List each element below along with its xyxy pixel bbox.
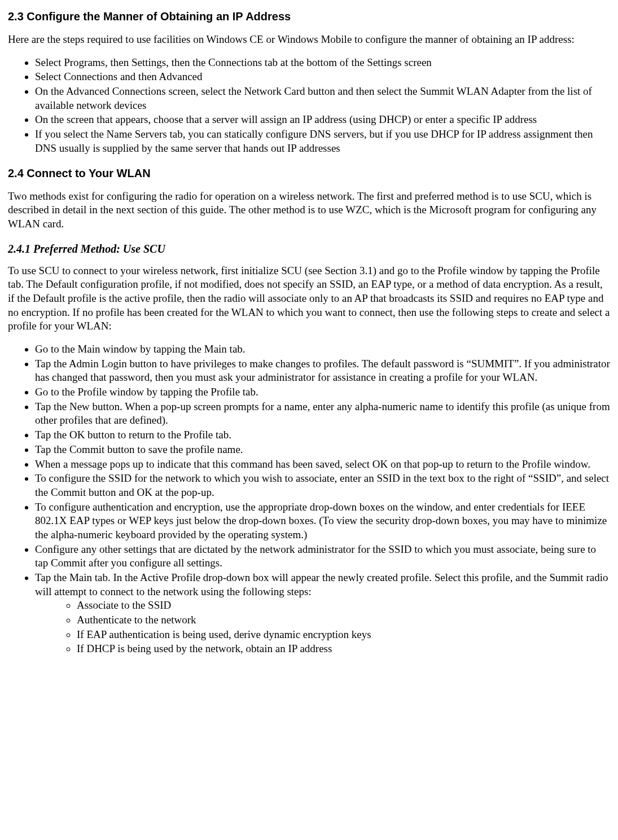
list-item: Authenticate to the network (77, 613, 610, 627)
section-2-4-1-list: Go to the Main window by tapping the Mai… (8, 342, 610, 656)
section-2-4-1-sublist: Associate to the SSID Authenticate to th… (35, 599, 610, 656)
list-item: Tap the Admin Login button to have privi… (35, 357, 610, 385)
list-item: Tap the Main tab. In the Active Profile … (35, 571, 610, 656)
list-item: Tap the New button. When a pop-up screen… (35, 400, 610, 428)
section-2-3-list: Select Programs, then Settings, then the… (8, 56, 610, 156)
list-item: If you select the Name Servers tab, you … (35, 127, 610, 155)
section-2-4-1-heading: 2.4.1 Preferred Method: Use SCU (8, 241, 610, 256)
list-item: Configure any other settings that are di… (35, 543, 610, 570)
list-item-text: Tap the Main tab. In the Active Profile … (35, 571, 608, 597)
section-2-4-heading: 2.4 Connect to Your WLAN (8, 166, 610, 181)
list-item: Tap the Commit button to save the profil… (35, 443, 610, 457)
list-item: Go to the Profile window by tapping the … (35, 385, 610, 399)
list-item: If EAP authentication is being used, der… (77, 628, 610, 642)
list-item: When a message pops up to indicate that … (35, 458, 610, 472)
list-item: Go to the Main window by tapping the Mai… (35, 342, 610, 357)
section-2-3-heading: 2.3 Configure the Manner of Obtaining an… (8, 9, 610, 24)
list-item: Select Programs, then Settings, then the… (35, 56, 610, 70)
list-item: On the screen that appears, choose that … (35, 113, 610, 127)
list-item: To configure authentication and encrypti… (35, 500, 610, 542)
list-item: Associate to the SSID (77, 599, 610, 613)
list-item: On the Advanced Connections screen, sele… (35, 85, 610, 112)
section-2-4-intro: Two methods exist for configuring the ra… (8, 190, 610, 231)
list-item: Tap the OK button to return to the Profi… (35, 428, 610, 442)
list-item: If DHCP is being used by the network, ob… (77, 642, 610, 656)
section-2-4-1-intro: To use SCU to connect to your wireless n… (8, 264, 610, 333)
list-item: To configure the SSID for the network to… (35, 472, 610, 499)
section-2-3-intro: Here are the steps required to use facil… (8, 33, 610, 47)
list-item: Select Connections and then Advanced (35, 70, 610, 84)
